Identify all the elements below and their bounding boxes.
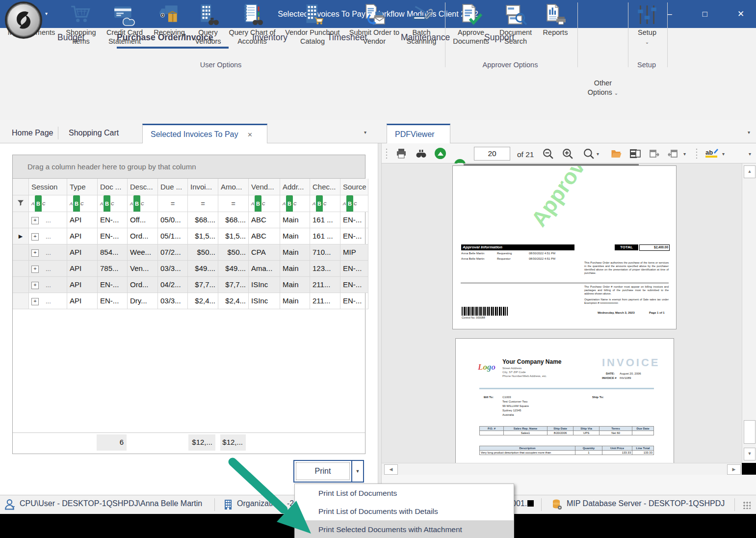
table-row[interactable]: +... API EN-... Off... 05/0... $68.... $… (13, 212, 365, 228)
filter-due[interactable]: = (158, 195, 188, 212)
pdf-content-area[interactable]: Approved Approval Information Anna Belle… (382, 163, 742, 463)
toolbar-overflow-caret-icon[interactable]: ▾ (749, 151, 751, 157)
bill-to-line: C1003 (502, 396, 511, 399)
row-ellipsis-button[interactable]: ... (46, 281, 51, 289)
credit-card-statement-button[interactable]: Credit Card Statement (102, 2, 147, 46)
tab-list-caret-icon[interactable]: ▾ (364, 130, 366, 135)
menu-item-print-selected-attachment[interactable]: Print Selected Documents with Attachment (295, 520, 514, 538)
expand-row-icon[interactable]: + (31, 298, 39, 305)
expand-row-icon[interactable]: + (31, 233, 39, 241)
scroll-left-icon[interactable]: ◀ (384, 464, 398, 475)
filter-address[interactable]: ABC (280, 195, 310, 212)
table-row[interactable]: +... API 785... Ven... 03/3... $49.... $… (13, 261, 365, 277)
summary-invoice-total: $12,... (188, 434, 215, 451)
table-row[interactable]: +... API EN-... Ord... 04/2... $7,7... $… (13, 277, 365, 293)
tab-home-page[interactable]: Home Page (4, 124, 61, 143)
expand-row-icon[interactable]: + (31, 217, 39, 224)
previous-page-icon[interactable] (435, 148, 446, 159)
pdf-tab-list-caret-icon[interactable]: ▾ (748, 130, 750, 135)
table-row[interactable]: ▶ +... API EN-... Ord... 05/1... $1,5...… (13, 228, 365, 244)
active-tab-underline (117, 47, 229, 49)
vertical-scroll-thumb[interactable] (744, 420, 756, 444)
pdf-vertical-scrollbar[interactable] (742, 163, 756, 463)
scroll-down-icon[interactable]: ▼ (744, 448, 756, 460)
column-header-check[interactable]: Chec... (310, 179, 340, 195)
column-header-source[interactable]: Source (340, 179, 368, 195)
zoom-in-icon[interactable] (562, 148, 574, 162)
open-folder-icon[interactable] (610, 148, 623, 161)
row-ellipsis-button[interactable]: ... (46, 297, 51, 305)
ribbon-separator (628, 2, 628, 67)
filter-funnel-icon[interactable] (13, 195, 29, 212)
setup-button[interactable]: Setup⌄ (632, 2, 662, 47)
column-header-doc[interactable]: Doc ... (98, 179, 128, 195)
document-search-button[interactable]: Document Search (495, 2, 537, 46)
close-button[interactable]: ✕ (730, 7, 752, 22)
menu-item-print-list[interactable]: Print List of Documents (295, 484, 514, 502)
approve-documents-button[interactable]: Approve Documents (447, 2, 495, 46)
import-prev-icon[interactable] (667, 148, 680, 161)
pdf-horizontal-scrollbar[interactable] (382, 463, 742, 475)
filter-check[interactable]: ABC (310, 195, 340, 212)
column-header-desc[interactable]: Desc... (128, 179, 158, 195)
search-icon[interactable] (583, 148, 595, 162)
filter-amount[interactable]: = (218, 195, 249, 212)
expand-row-icon[interactable]: + (31, 282, 39, 289)
highlight-text-icon[interactable]: ab (705, 148, 719, 158)
scroll-up-icon[interactable]: ▲ (744, 165, 756, 178)
tab-shopping-cart[interactable]: Shopping Cart (61, 124, 127, 143)
table-row[interactable]: +... API EN-... Dry... 03/3... $2,4... $… (13, 293, 365, 309)
panel-splitter[interactable] (378, 143, 382, 495)
zoom-out-icon[interactable] (542, 148, 554, 162)
search-caret-icon[interactable]: ▾ (597, 151, 599, 157)
filter-type[interactable]: ABC (67, 195, 98, 212)
export-next-icon[interactable] (649, 148, 661, 161)
batch-scanning-button[interactable]: Batch Scanning (403, 2, 440, 46)
other-options-button[interactable]: Other Options ⌄ (581, 79, 625, 98)
close-tab-icon[interactable]: ✕ (247, 131, 253, 138)
expand-row-icon[interactable]: + (31, 249, 39, 257)
column-header-invoice[interactable]: Invoi... (188, 179, 218, 195)
column-header-type[interactable]: Type (67, 179, 98, 195)
tab-selected-invoices[interactable]: Selected Invoices To Pay ✕ (142, 124, 267, 144)
filter-doc[interactable]: ABC (98, 195, 128, 212)
thumbnails-icon[interactable] (629, 148, 642, 161)
row-ellipsis-button[interactable]: ... (46, 233, 51, 240)
maximize-button[interactable]: □ (694, 7, 716, 22)
filter-desc[interactable]: ABC (128, 195, 158, 212)
find-binoculars-icon[interactable] (415, 148, 427, 161)
print-dropdown-caret-icon[interactable]: ▼ (352, 461, 363, 482)
scroll-right-icon[interactable]: ▶ (727, 464, 741, 475)
page-number-input[interactable] (474, 147, 510, 161)
row-ellipsis-button[interactable]: ... (46, 249, 51, 256)
column-header-due[interactable]: Due ... (158, 179, 188, 195)
highlight-caret-icon[interactable]: ▾ (722, 151, 725, 157)
vendor-punchout-catalog-button[interactable]: Vendor Punchout Catalog (281, 2, 344, 46)
app-logo-icon[interactable] (5, 1, 42, 39)
column-header-amount[interactable]: Amo... (218, 179, 249, 195)
resize-grip-icon[interactable] (743, 501, 751, 509)
export-caret-icon[interactable]: ▾ (683, 151, 686, 157)
row-ellipsis-button[interactable]: ... (46, 216, 51, 224)
column-header-vendor[interactable]: Vend... (249, 179, 280, 195)
column-header-address[interactable]: Addr... (280, 179, 310, 195)
reports-button[interactable]: Reports (539, 2, 572, 37)
query-chart-of-accounts-button[interactable]: Query Chart of Accounts (227, 2, 278, 46)
table-row[interactable]: +... API 854... Wee... 07/2... $50... $5… (13, 244, 365, 261)
filter-invoice[interactable]: = (188, 195, 218, 212)
filter-vendor[interactable]: ABC (249, 195, 280, 212)
submit-order-to-vendor-button[interactable]: Submit Order to Vendor (347, 2, 401, 46)
tab-pdfviewer[interactable]: PDFViewer ✕ (387, 124, 450, 144)
filter-session[interactable]: ABC (29, 195, 67, 212)
shopping-items-button[interactable]: Shopping Items (62, 2, 100, 46)
filter-source[interactable]: ABC (340, 195, 368, 212)
print-button[interactable]: Print ▼ (293, 460, 364, 483)
menu-item-print-list-details[interactable]: Print List of Documents with Details (295, 502, 514, 520)
query-vendors-button[interactable]: Query Vendors (190, 2, 226, 46)
receiving-button[interactable]: Receiving (150, 2, 188, 37)
row-ellipsis-button[interactable]: ... (46, 265, 51, 272)
barcode (462, 307, 508, 316)
expand-row-icon[interactable]: + (31, 266, 39, 273)
pdf-print-icon[interactable] (395, 148, 407, 161)
column-header-session[interactable]: Session (29, 179, 67, 195)
